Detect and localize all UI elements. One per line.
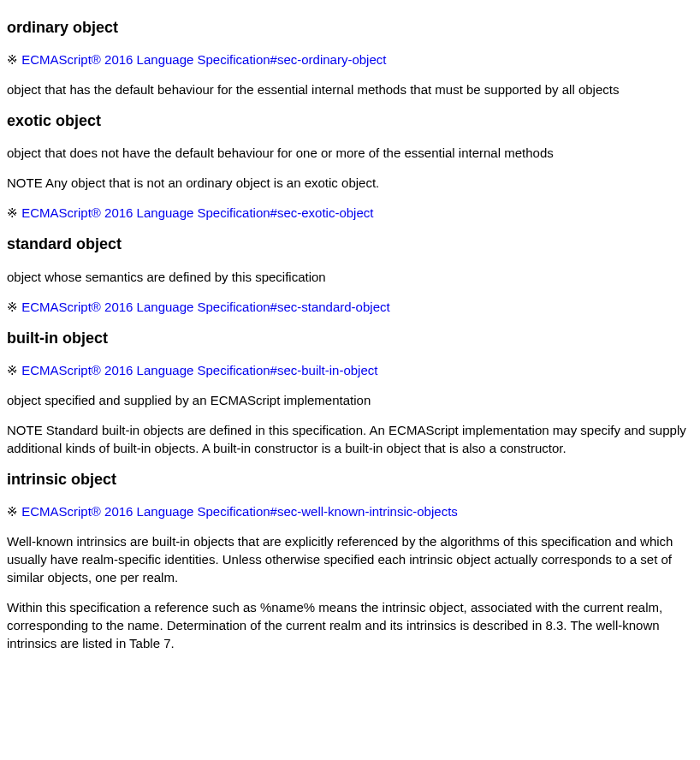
spec-link-standard[interactable]: ECMAScript® 2016 Language Specification#… — [21, 300, 389, 314]
reference-marker-icon: ※ — [7, 205, 21, 220]
heading-exotic-object: exotic object — [7, 110, 693, 132]
spec-link-exotic[interactable]: ECMAScript® 2016 Language Specification#… — [21, 205, 373, 220]
heading-built-in-object: built-in object — [7, 328, 693, 349]
spec-link-ordinary[interactable]: ECMAScript® 2016 Language Specification#… — [21, 52, 386, 67]
heading-ordinary-object: ordinary object — [7, 17, 693, 39]
reference-line: ※ ECMAScript® 2016 Language Specificatio… — [7, 298, 693, 316]
note-text: NOTE Standard built-in objects are defin… — [7, 421, 693, 457]
paragraph-text: Within this specification a reference su… — [7, 598, 693, 652]
definition-text: object that does not have the default be… — [7, 144, 693, 162]
heading-standard-object: standard object — [7, 234, 693, 255]
reference-marker-icon: ※ — [7, 300, 21, 314]
reference-line: ※ ECMAScript® 2016 Language Specificatio… — [7, 361, 693, 379]
reference-line: ※ ECMAScript® 2016 Language Specificatio… — [7, 502, 693, 520]
heading-intrinsic-object: intrinsic object — [7, 469, 693, 490]
spec-link-intrinsic[interactable]: ECMAScript® 2016 Language Specification#… — [21, 504, 458, 519]
reference-line: ※ ECMAScript® 2016 Language Specificatio… — [7, 204, 693, 222]
reference-line: ※ ECMAScript® 2016 Language Specificatio… — [7, 50, 693, 68]
definition-text: object whose semantics are defined by th… — [7, 268, 693, 286]
reference-marker-icon: ※ — [7, 504, 21, 519]
spec-link-builtin[interactable]: ECMAScript® 2016 Language Specification#… — [21, 363, 377, 377]
definition-text: object specified and supplied by an ECMA… — [7, 391, 693, 409]
reference-marker-icon: ※ — [7, 363, 21, 377]
note-text: NOTE Any object that is not an ordinary … — [7, 174, 693, 192]
definition-text: object that has the default behaviour fo… — [7, 80, 693, 98]
reference-marker-icon: ※ — [7, 52, 21, 67]
paragraph-text: Well-known intrinsics are built-in objec… — [7, 532, 693, 586]
